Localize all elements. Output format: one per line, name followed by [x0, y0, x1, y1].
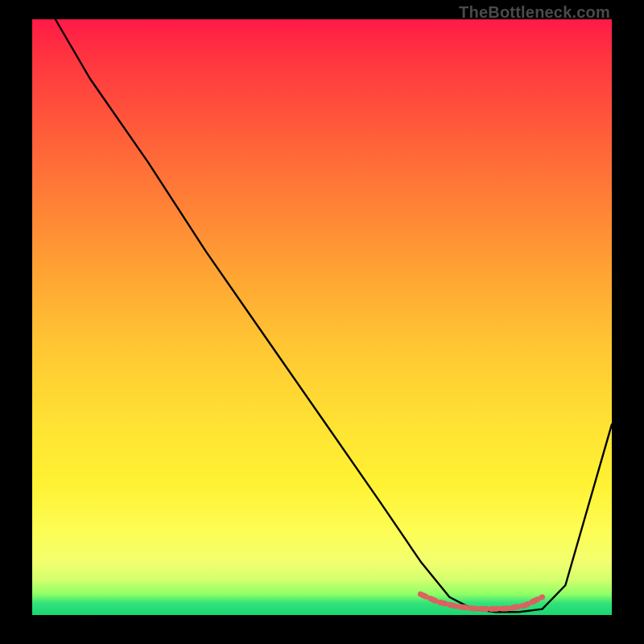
- chart-svg: [32, 19, 612, 615]
- chart-plot-area: [32, 19, 612, 615]
- optimal-band-line: [420, 594, 542, 609]
- chart-frame: TheBottleneck.com: [0, 0, 644, 644]
- bottleneck-curve-line: [56, 19, 612, 612]
